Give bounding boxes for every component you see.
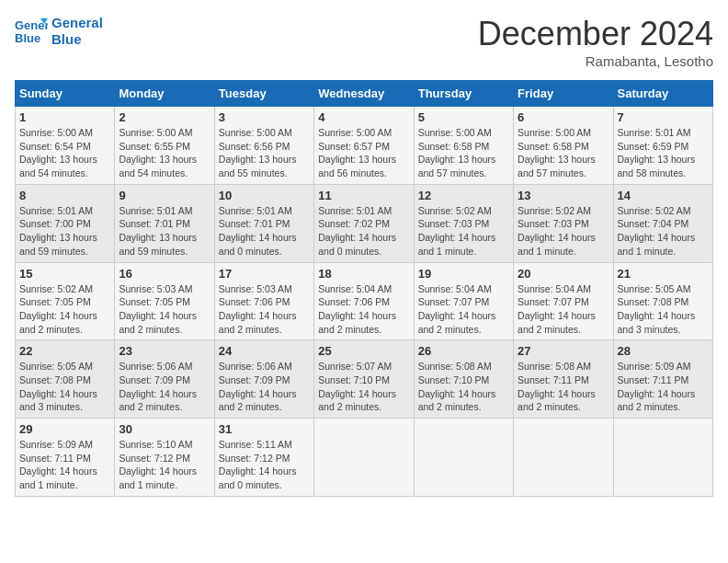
day-info: Sunrise: 5:09 AM Sunset: 7:11 PM Dayligh… <box>618 360 709 414</box>
calendar-cell: 21Sunrise: 5:05 AM Sunset: 7:08 PM Dayli… <box>613 262 712 340</box>
day-number: 3 <box>219 110 310 124</box>
title-block: December 2024 Ramabanta, Lesotho <box>478 15 713 69</box>
weekday-header-sunday: Sunday <box>16 81 115 107</box>
calendar-cell: 17Sunrise: 5:03 AM Sunset: 7:06 PM Dayli… <box>214 262 313 340</box>
day-info: Sunrise: 5:05 AM Sunset: 7:08 PM Dayligh… <box>19 360 110 414</box>
calendar-cell: 7Sunrise: 5:01 AM Sunset: 6:59 PM Daylig… <box>613 107 712 185</box>
day-info: Sunrise: 5:01 AM Sunset: 7:00 PM Dayligh… <box>19 204 110 259</box>
day-number: 18 <box>318 267 409 281</box>
day-info: Sunrise: 5:00 AM Sunset: 6:57 PM Dayligh… <box>318 126 409 180</box>
day-number: 2 <box>119 110 210 124</box>
day-number: 19 <box>418 267 509 281</box>
day-info: Sunrise: 5:08 AM Sunset: 7:11 PM Dayligh… <box>518 360 609 414</box>
day-info: Sunrise: 5:06 AM Sunset: 7:09 PM Dayligh… <box>119 360 210 414</box>
month-title: December 2024 <box>478 15 713 53</box>
calendar-week-row: 22Sunrise: 5:05 AM Sunset: 7:08 PM Dayli… <box>16 340 713 419</box>
day-number: 6 <box>518 110 609 124</box>
day-number: 14 <box>618 189 709 202</box>
calendar-cell: 6Sunrise: 5:00 AM Sunset: 6:58 PM Daylig… <box>514 107 613 185</box>
day-number: 7 <box>618 110 709 124</box>
calendar-cell <box>613 419 712 497</box>
weekday-header-monday: Monday <box>115 81 214 107</box>
day-info: Sunrise: 5:06 AM Sunset: 7:09 PM Dayligh… <box>219 360 310 414</box>
weekday-header-thursday: Thursday <box>414 81 513 107</box>
day-info: Sunrise: 5:00 AM Sunset: 6:54 PM Dayligh… <box>19 126 110 180</box>
day-number: 23 <box>119 344 210 358</box>
day-number: 9 <box>119 189 210 202</box>
day-info: Sunrise: 5:01 AM Sunset: 7:01 PM Dayligh… <box>219 204 310 259</box>
weekday-header-tuesday: Tuesday <box>214 81 313 107</box>
logo-line2: Blue <box>51 31 103 48</box>
calendar-cell <box>314 419 414 497</box>
calendar-cell: 4Sunrise: 5:00 AM Sunset: 6:57 PM Daylig… <box>314 107 414 185</box>
day-info: Sunrise: 5:02 AM Sunset: 7:03 PM Dayligh… <box>518 204 609 259</box>
calendar-cell: 22Sunrise: 5:05 AM Sunset: 7:08 PM Dayli… <box>16 340 115 419</box>
calendar-cell: 31Sunrise: 5:11 AM Sunset: 7:12 PM Dayli… <box>214 419 313 497</box>
day-info: Sunrise: 5:02 AM Sunset: 7:05 PM Dayligh… <box>19 282 110 337</box>
day-number: 4 <box>318 110 409 124</box>
calendar-cell: 3Sunrise: 5:00 AM Sunset: 6:56 PM Daylig… <box>214 107 313 185</box>
calendar-cell: 12Sunrise: 5:02 AM Sunset: 7:03 PM Dayli… <box>414 184 513 262</box>
calendar-cell: 28Sunrise: 5:09 AM Sunset: 7:11 PM Dayli… <box>613 340 712 419</box>
day-info: Sunrise: 5:04 AM Sunset: 7:07 PM Dayligh… <box>418 282 509 337</box>
day-info: Sunrise: 5:04 AM Sunset: 7:07 PM Dayligh… <box>518 282 609 337</box>
logo: General Blue General Blue <box>15 15 103 48</box>
calendar-cell: 14Sunrise: 5:02 AM Sunset: 7:04 PM Dayli… <box>613 184 712 262</box>
day-number: 21 <box>618 267 709 281</box>
svg-text:Blue: Blue <box>15 31 40 45</box>
calendar-cell: 15Sunrise: 5:02 AM Sunset: 7:05 PM Dayli… <box>16 262 115 340</box>
calendar-cell <box>414 419 513 497</box>
page-header: General Blue General Blue December 2024 … <box>15 15 713 69</box>
day-number: 16 <box>119 267 210 281</box>
calendar-table: SundayMondayTuesdayWednesdayThursdayFrid… <box>15 80 713 497</box>
day-number: 30 <box>119 422 210 436</box>
day-number: 29 <box>19 422 110 436</box>
day-info: Sunrise: 5:00 AM Sunset: 6:56 PM Dayligh… <box>219 126 310 180</box>
logo-line1: General <box>51 15 103 31</box>
calendar-cell: 23Sunrise: 5:06 AM Sunset: 7:09 PM Dayli… <box>115 340 214 419</box>
day-info: Sunrise: 5:08 AM Sunset: 7:10 PM Dayligh… <box>418 360 509 414</box>
weekday-header-wednesday: Wednesday <box>314 81 414 107</box>
day-number: 13 <box>518 189 609 202</box>
location-subtitle: Ramabanta, Lesotho <box>478 53 713 69</box>
calendar-cell: 5Sunrise: 5:00 AM Sunset: 6:58 PM Daylig… <box>414 107 513 185</box>
day-info: Sunrise: 5:02 AM Sunset: 7:04 PM Dayligh… <box>618 204 709 259</box>
calendar-cell: 26Sunrise: 5:08 AM Sunset: 7:10 PM Dayli… <box>414 340 513 419</box>
day-info: Sunrise: 5:05 AM Sunset: 7:08 PM Dayligh… <box>618 282 709 337</box>
calendar-cell: 24Sunrise: 5:06 AM Sunset: 7:09 PM Dayli… <box>214 340 313 419</box>
day-info: Sunrise: 5:10 AM Sunset: 7:12 PM Dayligh… <box>119 438 210 492</box>
day-info: Sunrise: 5:00 AM Sunset: 6:58 PM Dayligh… <box>418 126 509 180</box>
day-number: 22 <box>19 344 110 358</box>
weekday-header-saturday: Saturday <box>613 81 712 107</box>
day-info: Sunrise: 5:02 AM Sunset: 7:03 PM Dayligh… <box>418 204 509 259</box>
weekday-header-row: SundayMondayTuesdayWednesdayThursdayFrid… <box>16 81 713 107</box>
calendar-week-row: 15Sunrise: 5:02 AM Sunset: 7:05 PM Dayli… <box>16 262 713 340</box>
day-number: 12 <box>418 189 509 202</box>
day-number: 10 <box>219 189 310 202</box>
calendar-week-row: 29Sunrise: 5:09 AM Sunset: 7:11 PM Dayli… <box>16 419 713 497</box>
day-info: Sunrise: 5:01 AM Sunset: 7:02 PM Dayligh… <box>318 204 409 259</box>
day-number: 25 <box>318 344 409 358</box>
day-info: Sunrise: 5:03 AM Sunset: 7:06 PM Dayligh… <box>219 282 310 337</box>
logo-icon: General Blue <box>15 15 48 48</box>
day-number: 24 <box>219 344 310 358</box>
calendar-cell: 27Sunrise: 5:08 AM Sunset: 7:11 PM Dayli… <box>514 340 613 419</box>
day-number: 17 <box>219 267 310 281</box>
calendar-cell: 11Sunrise: 5:01 AM Sunset: 7:02 PM Dayli… <box>314 184 414 262</box>
calendar-cell: 18Sunrise: 5:04 AM Sunset: 7:06 PM Dayli… <box>314 262 414 340</box>
day-info: Sunrise: 5:11 AM Sunset: 7:12 PM Dayligh… <box>219 438 310 492</box>
day-info: Sunrise: 5:04 AM Sunset: 7:06 PM Dayligh… <box>318 282 409 337</box>
calendar-cell: 10Sunrise: 5:01 AM Sunset: 7:01 PM Dayli… <box>214 184 313 262</box>
day-info: Sunrise: 5:03 AM Sunset: 7:05 PM Dayligh… <box>119 282 210 337</box>
day-info: Sunrise: 5:07 AM Sunset: 7:10 PM Dayligh… <box>318 360 409 414</box>
day-info: Sunrise: 5:00 AM Sunset: 6:55 PM Dayligh… <box>119 126 210 180</box>
calendar-cell: 29Sunrise: 5:09 AM Sunset: 7:11 PM Dayli… <box>16 419 115 497</box>
calendar-cell: 19Sunrise: 5:04 AM Sunset: 7:07 PM Dayli… <box>414 262 513 340</box>
calendar-week-row: 8Sunrise: 5:01 AM Sunset: 7:00 PM Daylig… <box>16 184 713 262</box>
day-number: 26 <box>418 344 509 358</box>
calendar-cell: 25Sunrise: 5:07 AM Sunset: 7:10 PM Dayli… <box>314 340 414 419</box>
calendar-cell: 1Sunrise: 5:00 AM Sunset: 6:54 PM Daylig… <box>16 107 115 185</box>
day-info: Sunrise: 5:00 AM Sunset: 6:58 PM Dayligh… <box>518 126 609 180</box>
day-number: 11 <box>318 189 409 202</box>
day-number: 8 <box>19 189 110 202</box>
